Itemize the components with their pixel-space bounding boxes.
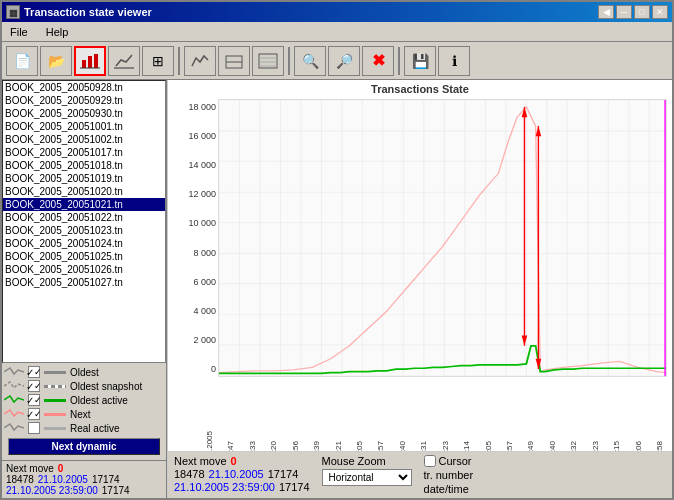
cursor-checkbox[interactable] — [424, 455, 436, 467]
legend-oldest-active-label: Oldest active — [70, 395, 128, 406]
bottom-value1: 18478 — [174, 468, 205, 480]
legend-real-active-label: Real active — [70, 423, 119, 434]
file-item[interactable]: BOOK_2005_20051019.tn — [3, 172, 165, 185]
x-axis-label: 16:14 — [462, 441, 471, 451]
x-axis-label: 15:23 — [441, 441, 450, 451]
time-row: 21.10.2005 23:59:00 17174 — [6, 485, 162, 496]
x-axis-label: 02:33 — [248, 441, 257, 451]
file-item[interactable]: BOOK_2005_20051024.tn — [3, 237, 165, 250]
title-icon-btn[interactable]: ◀ — [598, 5, 614, 19]
legend-item-oldest-active: ✓ Oldest active — [4, 393, 164, 407]
x-axis-label: 20:32 — [569, 441, 578, 451]
chart-plot[interactable] — [218, 99, 667, 377]
file-item[interactable]: BOOK_2005_20050930.tn — [3, 107, 165, 120]
svg-rect-0 — [82, 60, 86, 68]
file-item[interactable]: BOOK_2005_20051026.tn — [3, 263, 165, 276]
legend-next-line — [44, 413, 66, 416]
close-button[interactable]: ✕ — [652, 5, 668, 19]
value2: 17174 — [92, 474, 120, 485]
x-axis-label: 21:23 — [591, 441, 600, 451]
file-item[interactable]: BOOK_2005_20051017.tn — [3, 146, 165, 159]
toolbar-chart4-button[interactable] — [252, 46, 284, 76]
window-title: Transaction state viewer — [24, 6, 152, 18]
legend-next-label: Next — [70, 409, 91, 420]
next-move-bottom-label: Next move — [174, 455, 227, 467]
legend-real-active-check[interactable] — [28, 422, 40, 434]
file-item[interactable]: BOOK_2005_20051002.tn — [3, 133, 165, 146]
toolbar: 📄 📂 ⊞ — [2, 42, 672, 80]
x-axis-label: 14:31 — [419, 441, 428, 451]
file-item[interactable]: BOOK_2005_20051020.tn — [3, 185, 165, 198]
bottom-value3: 17174 — [279, 481, 310, 493]
toolbar-zoom-in-button[interactable]: 🔍 — [294, 46, 326, 76]
toolbar-chart3-button[interactable] — [218, 46, 250, 76]
legend-oldest-check[interactable]: ✓ — [28, 366, 40, 378]
x-axis-label: 09:21 — [334, 441, 343, 451]
window-icon: ▦ — [6, 5, 20, 19]
legend-oldest-active-check[interactable]: ✓ — [28, 394, 40, 406]
chart-panel: Transactions State 18 00016 00014 00012 … — [167, 80, 672, 498]
file-item[interactable]: BOOK_2005_20051001.tn — [3, 120, 165, 133]
x-axis-label: 19:40 — [548, 441, 557, 451]
y-axis-label: 14 000 — [168, 160, 216, 170]
legend-item-oldest-snapshot: ✓ Oldest snapshot — [4, 379, 164, 393]
date-value: 21.10.2005 — [38, 474, 88, 485]
cursor-row: Cursor — [424, 455, 474, 467]
toolbar-save-button[interactable]: 💾 — [404, 46, 436, 76]
chart-title: Transactions State — [168, 80, 672, 97]
file-item[interactable]: BOOK_2005_20051023.tn — [3, 224, 165, 237]
bottom-value2: 17174 — [268, 468, 299, 480]
toolbar-zoom-out-button[interactable]: 🔎 — [328, 46, 360, 76]
y-axis-label: 0 — [168, 364, 216, 374]
toolbar-info-button[interactable]: ℹ — [438, 46, 470, 76]
file-item[interactable]: BOOK_2005_20051025.tn — [3, 250, 165, 263]
file-item[interactable]: BOOK_2005_20051018.tn — [3, 159, 165, 172]
legend-real-active-line — [44, 427, 66, 430]
toolbar-chart2-button[interactable] — [184, 46, 216, 76]
x-axis-label: 17:05 — [484, 441, 493, 451]
legend-oldest-active-line — [44, 399, 66, 402]
toolbar-chart-line-button[interactable] — [108, 46, 140, 76]
file-item[interactable]: BOOK_2005_20051022.tn — [3, 211, 165, 224]
file-item[interactable]: BOOK_2005_20050928.tn — [3, 81, 165, 94]
legend-next-check[interactable]: ✓ — [28, 408, 40, 420]
toolbar-separator-1 — [178, 47, 180, 75]
x-axis-label: 05:56 — [291, 441, 300, 451]
toolbar-close-x-button[interactable]: ✖ — [362, 46, 394, 76]
x-axis-label: 00:47 — [226, 441, 235, 451]
file-item[interactable]: BOOK_2005_20051027.tn — [3, 276, 165, 289]
toolbar-table-button[interactable]: ⊞ — [142, 46, 174, 76]
legend-oldest-snapshot-line — [44, 385, 66, 388]
y-axis-label: 10 000 — [168, 218, 216, 228]
toolbar-open-button[interactable]: 📂 — [40, 46, 72, 76]
legend: ✓ Oldest ✓ Oldest snapshot ✓ Oldest acti… — [2, 363, 166, 460]
next-dynamic-button[interactable]: Next dynamic — [8, 438, 160, 455]
toolbar-chart-bar-button[interactable] — [74, 46, 106, 76]
cursor-group: Cursor tr. number date/time — [424, 455, 474, 495]
maximize-button[interactable]: □ — [634, 5, 650, 19]
next-move-value: 0 — [58, 463, 64, 474]
minimize-button[interactable]: ─ — [616, 5, 632, 19]
title-bar: ▦ Transaction state viewer ◀ ─ □ ✕ — [2, 2, 672, 22]
y-axis-label: 16 000 — [168, 131, 216, 141]
time-value: 21.10.2005 23:59:00 — [6, 485, 98, 496]
menu-bar: File Help — [2, 22, 672, 42]
x-axis-label: 11:57 — [376, 441, 385, 451]
file-item[interactable]: BOOK_2005_20050929.tn — [3, 94, 165, 107]
menu-help[interactable]: Help — [42, 26, 73, 38]
zoom-group: Mouse Zoom Horizontal Vertical Both — [322, 455, 412, 486]
file-item[interactable]: BOOK_2005_20051021.tn — [3, 198, 165, 211]
legend-oldest-snapshot-check[interactable]: ✓ — [28, 380, 40, 392]
legend-oldest-line — [44, 371, 66, 374]
tr-number-label: tr. number — [424, 469, 474, 481]
zoom-select[interactable]: Horizontal Vertical Both — [322, 469, 412, 486]
legend-item-real-active: Real active — [4, 421, 164, 435]
menu-file[interactable]: File — [6, 26, 32, 38]
next-move-group: Next move 0 — [174, 455, 310, 467]
title-bar-left: ▦ Transaction state viewer — [6, 5, 152, 19]
y-axis-label: 12 000 — [168, 189, 216, 199]
y-axis-label: 6 000 — [168, 277, 216, 287]
toolbar-new-button[interactable]: 📄 — [6, 46, 38, 76]
file-list[interactable]: BOOK_2005_20050928.tnBOOK_2005_20050929.… — [2, 80, 166, 363]
y-axis: 18 00016 00014 00012 00010 0008 0006 000… — [168, 97, 218, 379]
